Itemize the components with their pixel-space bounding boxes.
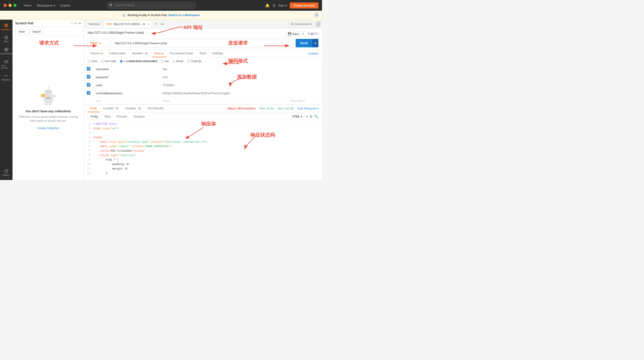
graphql-radio[interactable]: GraphQL <box>187 60 202 63</box>
copy-icon[interactable]: ⧉ <box>310 115 312 119</box>
create-collection-link[interactable]: Create Collection <box>37 126 60 130</box>
filter-icon[interactable]: ≡ <box>75 22 76 25</box>
row-checkbox[interactable] <box>87 67 90 71</box>
preview-tab[interactable]: Preview <box>114 114 130 119</box>
key-cell[interactable]: password <box>93 73 160 81</box>
search-placeholder: Search Postman <box>115 4 134 7</box>
search-response-icon[interactable]: 🔍 <box>314 114 318 119</box>
code-view-icon[interactable]: </> <box>313 31 318 37</box>
no-collections-title: You don't have any collections <box>26 109 71 113</box>
empty-value[interactable]: Value <box>163 99 170 103</box>
layout-icon[interactable]: ⊞ <box>310 31 313 37</box>
tab-close-icon[interactable]: ✕ <box>147 22 149 26</box>
banner-close-button[interactable]: ✕ <box>315 13 318 17</box>
pre-request-script-tab[interactable]: Pre-request Script <box>167 50 196 57</box>
send-dropdown-button[interactable]: ▾ <box>312 39 318 47</box>
more-options-icon[interactable]: ••• <box>78 22 81 25</box>
notifications-icon[interactable]: 🔔 <box>265 3 270 7</box>
raw-tab[interactable]: Raw <box>102 114 113 119</box>
new-button[interactable]: New <box>15 29 28 34</box>
empty-key[interactable]: Key <box>96 99 100 103</box>
send-button[interactable]: Send <box>296 39 312 47</box>
sidebar-item-history[interactable]: History <box>0 167 12 178</box>
settings-icon[interactable]: ⚙ <box>272 3 276 7</box>
sidebar-item-collections-label: Collections <box>1 28 12 31</box>
raw-radio[interactable]: raw <box>160 60 168 63</box>
switch-workspace-link[interactable]: Switch to a Workspace <box>168 13 200 17</box>
sidebar-item-collections[interactable]: Collections <box>0 21 12 33</box>
visualize-tab[interactable]: Visualize <box>130 114 148 119</box>
pretty-tab[interactable]: Pretty <box>88 114 101 119</box>
sidebar-item-mock-servers[interactable]: Mock Servers <box>0 58 12 71</box>
tests-tab[interactable]: Tests <box>196 50 209 57</box>
sign-in-button[interactable]: Sign In <box>278 4 287 7</box>
env-grid-icon[interactable]: ⊞ <box>316 21 320 26</box>
close-button[interactable] <box>4 4 7 7</box>
active-request-tab[interactable]: POST http://127.0.0.1:8001/l... ✕ <box>103 20 152 28</box>
response-headers-tab[interactable]: Headers 5 <box>122 105 144 112</box>
import-button[interactable]: Import <box>30 29 44 34</box>
key-cell[interactable]: username <box>93 65 160 73</box>
format-selector[interactable]: HTML ▾ <box>290 114 304 119</box>
sidebar-item-apis[interactable]: APIs <box>0 33 12 45</box>
response-cookies-tab[interactable]: Cookies 1 <box>100 105 122 112</box>
maximize-button[interactable] <box>14 4 16 7</box>
form-data-radio[interactable]: form-data <box>101 60 116 63</box>
body-tab[interactable]: Body <box>152 50 166 57</box>
code-line: 2 <html lang="en"> <box>84 127 322 132</box>
search-bar[interactable]: 🔍 Search Postman <box>107 2 196 9</box>
url-input[interactable] <box>112 39 294 47</box>
method-selector[interactable]: POST ▾ <box>88 39 110 47</box>
binary-radio[interactable]: binary <box>172 60 184 63</box>
minimize-button[interactable] <box>8 4 12 7</box>
more-tabs-button[interactable]: ••• <box>159 22 165 26</box>
explore-link[interactable]: Explore <box>60 4 70 7</box>
svg-point-4 <box>5 49 7 50</box>
save-dropdown-button[interactable]: ▾ <box>302 31 306 37</box>
value-cell[interactable]: 123 <box>160 73 288 81</box>
response-body-tab[interactable]: Body <box>88 105 100 112</box>
save-button[interactable]: 💾 Save <box>285 31 302 37</box>
sidebar-item-monitors[interactable]: Monitors <box>0 72 12 83</box>
response-area: Body Cookies 1 Headers 5 Test Results St… <box>84 105 322 180</box>
response-test-results-tab[interactable]: Test Results <box>145 105 166 112</box>
sidebar-item-monitors-label: Monitors <box>2 79 10 81</box>
add-collection-icon[interactable]: + <box>71 22 73 25</box>
row-checkbox[interactable] <box>87 91 90 95</box>
sidebar-item-mock-servers-label: Mock Servers <box>1 65 11 69</box>
key-cell[interactable]: csrfmiddlewaretoken <box>93 89 160 97</box>
row-checkbox[interactable] <box>87 83 90 87</box>
edit-icon[interactable]: ✎ <box>308 31 310 37</box>
x-www-form-urlencoded-radio[interactable]: ● x-www-form-urlencoded <box>120 60 157 63</box>
value-cell[interactable]: kfJDgTn66KBuLkeyI5dSawjcTE5FneT5omX1xcg6… <box>160 89 288 97</box>
cookies-link[interactable]: Cookies <box>308 52 318 55</box>
sidebar-item-environments[interactable]: Environments <box>0 45 12 57</box>
params-tab[interactable]: Params <box>88 50 105 57</box>
response-status-bar: Status: 403 Forbidden Time: 15 ms Size: … <box>228 107 318 110</box>
svg-rect-9 <box>45 90 52 95</box>
create-account-button[interactable]: Create Account <box>290 2 318 8</box>
authorization-tab[interactable]: Authorization <box>106 50 128 57</box>
svg-rect-6 <box>5 60 8 63</box>
key-cell[interactable]: code <box>93 81 160 89</box>
row-checkbox[interactable] <box>87 75 90 79</box>
value-cell[interactable]: like <box>160 65 288 73</box>
overview-tab[interactable]: Overview <box>86 20 102 28</box>
empty-table-row: Key Value Description <box>84 97 322 105</box>
value-cell[interactable]: 0736681 <box>160 81 288 89</box>
empty-description[interactable]: Description <box>291 99 305 103</box>
environment-selector[interactable]: No Environment ▾ <box>288 21 314 27</box>
word-wrap-icon[interactable]: ≡ <box>306 115 308 119</box>
workspaces-menu[interactable]: Workspaces ▾ <box>37 4 55 7</box>
response-tabs-bar: Body Cookies 1 Headers 5 Test Results St… <box>84 105 322 112</box>
right-panel: Overview POST http://127.0.0.1:8001/l...… <box>84 20 322 180</box>
save-response-button[interactable]: Save Response ▾ <box>297 107 318 110</box>
table-row: username like <box>84 65 322 73</box>
new-tab-button[interactable]: + <box>153 22 158 26</box>
headers-tab[interactable]: Headers 9 <box>130 50 151 57</box>
settings-tab[interactable]: Settings <box>210 50 226 57</box>
none-radio[interactable]: none <box>88 60 98 63</box>
svg-rect-18 <box>53 95 56 97</box>
home-link[interactable]: Home <box>24 4 32 7</box>
table-row: password 123 <box>84 73 322 81</box>
